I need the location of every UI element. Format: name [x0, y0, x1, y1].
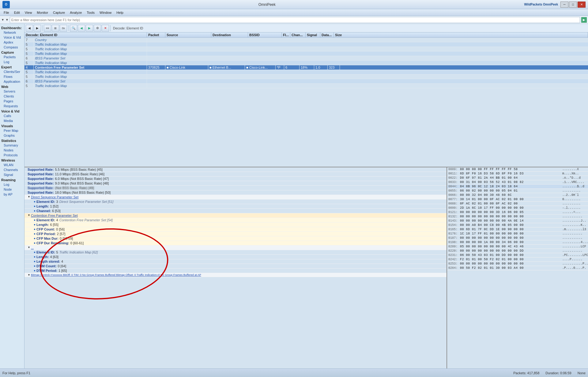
decode-row[interactable]: Supported Rate:6.0 Mbps (Not BSS Basic R… [24, 177, 447, 181]
hex-row[interactable]: 0220:00 00 00 00 00 00 00 00 00 00 DD...… [447, 249, 588, 253]
col-packet[interactable]: Packet [147, 32, 165, 37]
sidebar-item-summary[interactable]: Summary [0, 143, 24, 148]
sidebar-item-servers[interactable]: Servers [0, 89, 24, 94]
hex-row[interactable]: 0209:05 00 00 00 00 00 00 00 4C 43 46...… [447, 245, 588, 249]
decode-row[interactable]: ● Channel:6 [53] [24, 209, 447, 213]
sidebar-item-network[interactable]: Network [0, 30, 24, 35]
filter-input[interactable] [10, 17, 580, 23]
decode-row[interactable]: ▼ Contention Free Parameter Set [24, 213, 447, 218]
sidebar-item-compass[interactable]: Compass [0, 45, 24, 50]
hex-row[interactable]: 0077:30 14 01 00 00 0F AC 02 01 00 000..… [447, 197, 588, 202]
hex-row[interactable]: 0154:00 00 A0 B4 00 C8 00 4B 05 00 00...… [447, 223, 588, 227]
minimize-button[interactable]: ─ [560, 2, 568, 8]
sidebar-item-calls[interactable]: Calls [0, 113, 24, 118]
sidebar-item-protocols[interactable]: Protocols [0, 153, 24, 158]
decode-row[interactable]: ● Element ID:5Traffic Indication Map [62… [24, 250, 447, 255]
col-source[interactable]: Source [165, 32, 211, 37]
filter-prev-btn[interactable]: ◀ [78, 25, 85, 32]
hex-row[interactable]: 0088:0F AC 02 01 00 00 0F AC 02 00......… [447, 202, 588, 206]
menu-item-monitor[interactable]: Monitor [34, 10, 51, 15]
decode-row[interactable]: ● CFP Max Dur:0 [58-59] [24, 236, 447, 241]
hex-row[interactable]: 0022:D0 6F 97 81 2A 44 BB 01 00 64.o..*D… [447, 176, 588, 180]
hex-row[interactable]: 0143:00 00 00 00 00 00 00 00 4A 0E 14...… [447, 219, 588, 223]
nav-back-btn[interactable]: ◀ [26, 25, 33, 32]
view-list-btn[interactable]: ≡≡ [44, 25, 51, 32]
hex-row[interactable]: 0121:00 00 00 00 00 00 3D 16 06 00 05...… [447, 210, 588, 215]
menu-item-file[interactable]: File [1, 10, 12, 15]
decode-row[interactable]: ▼ Direct Sequence Parameter Set [24, 195, 447, 200]
col-chan[interactable]: Chan... [290, 32, 306, 37]
table-row[interactable]: 6IBSS Parameter Set [24, 79, 588, 84]
menu-item-view[interactable]: View [22, 10, 35, 15]
maximize-button[interactable]: □ [569, 2, 577, 8]
section-link[interactable]: ... [31, 246, 34, 249]
menu-item-tools[interactable]: Tools [84, 10, 97, 15]
hex-row[interactable]: 0132:00 00 00 00 00 00 00 00 00 00 00...… [447, 215, 588, 219]
menu-item-edit[interactable]: Edit [12, 10, 22, 15]
search-btn[interactable]: 🔍 [70, 25, 77, 32]
hex-row[interactable]: 0187:00 00 00 00 00 00 00 00 00 00 00...… [447, 236, 588, 240]
decode-row[interactable]: Supported Rate:(Not BSS Basic Rate) [49] [24, 186, 447, 190]
hex-row[interactable]: 0264:00 50 F2 02 01 01 30 00 03 A4 00.P.… [447, 266, 588, 270]
table-row[interactable]: 4Contention Free Parameter Set370825■ Ci… [24, 65, 588, 70]
hex-row[interactable]: 0009:80 00 00 00 FF FF FF FF FF 58......… [447, 167, 588, 172]
decode-row[interactable]: ● Length:1 [52] [24, 204, 447, 209]
decode-row[interactable]: ▼ ... [24, 246, 447, 250]
section-link[interactable]: Direct Sequence Parameter Set [31, 195, 78, 199]
decode-row[interactable]: ● Length:6 [55] [24, 223, 447, 227]
menu-item-help[interactable]: Help [114, 10, 126, 15]
sidebar-item-peer-map[interactable]: Peer Map [0, 128, 24, 133]
decode-row[interactable]: ● Element ID:3Direct Sequence Parameter … [24, 200, 447, 204]
col-data[interactable]: Data... [320, 32, 334, 37]
decode-row[interactable]: ● DTIM Count:0 [64] [24, 264, 447, 268]
menu-item-analyze[interactable]: Analyze [67, 10, 84, 15]
table-row[interactable]: 5Traffic Indication Map [24, 42, 588, 47]
table-row[interactable]: 5Traffic Indication Map [24, 70, 588, 74]
hex-row[interactable]: 0099:2D 1A 6C 10 17 FF 00 00 00 00 00-.l… [447, 206, 588, 210]
col-destination[interactable]: Destination [211, 32, 248, 37]
sidebar-item-nodes[interactable]: Nodes [0, 148, 24, 153]
table-row[interactable]: 5Traffic Indication Map [24, 51, 588, 56]
decode-row[interactable]: ● CFP Period:2 [57] [24, 232, 447, 236]
section-link[interactable]: Bitmap Control=Yxxxxxxx BitOff: 0 TIM: 0… [31, 273, 201, 276]
close-button[interactable]: ✕ [578, 2, 586, 8]
table-row[interactable]: 7Country [24, 38, 588, 42]
sidebar-item-log[interactable]: Log [0, 59, 24, 64]
menu-item-capture[interactable]: Capture [51, 10, 67, 15]
decode-row[interactable]: ● CFP Count:0 [56] [24, 227, 447, 232]
tree-toggle-icon[interactable]: ▼ [28, 246, 30, 249]
decode-row[interactable]: ● DTIM Period:1 [65] [24, 268, 447, 273]
sidebar-item-wlan[interactable]: WLAN [0, 162, 24, 167]
hex-row[interactable]: 0198:00 00 00 00 1A 00 00 34 06 00 00...… [447, 240, 588, 245]
sidebar-item-by-ap[interactable]: by AP [0, 192, 24, 197]
col-bssid[interactable]: BSSID [248, 32, 282, 37]
table-row[interactable]: 5Traffic Indication Map [24, 84, 588, 88]
sidebar-item-voice-&-vid[interactable]: Voice & Vid [0, 35, 24, 40]
hex-row[interactable]: 0033:00 31 04 00 03 56 52 43 01 08 82.1.… [447, 180, 588, 185]
hex-row[interactable]: 0044:84 8B 96 0C 12 18 24 03 18 64......… [447, 185, 588, 189]
settings-btn[interactable]: ⚙ [94, 25, 101, 32]
hex-row[interactable]: 0176:1C 10 17 FF 01 00 00 00 00 00 00...… [447, 232, 588, 236]
sidebar-item-pages[interactable]: Pages [0, 99, 24, 104]
sidebar-item-clients/ser[interactable]: Clients/Ser [0, 69, 24, 74]
nav-fwd-btn[interactable]: ▶ [34, 25, 41, 32]
decode-row[interactable]: Supported Rate:11.0 Mbps (BSS Basic Rate… [24, 172, 447, 177]
tree-toggle-icon[interactable]: ▼ [28, 273, 30, 276]
hex-row[interactable]: 0165:00 6D 01 7F 0C DD 1E 00 90 00 00.m.… [447, 227, 588, 232]
sidebar-item-application[interactable]: Application [0, 79, 24, 84]
sidebar-item-log[interactable]: Log [0, 182, 24, 187]
decode-row[interactable]: ● Element ID:4Contention Free Parameter … [24, 218, 447, 223]
hex-row[interactable]: 0066:00 00 32 04 00 30 48 60 6C..2..0H`l [447, 193, 588, 197]
sidebar-item-media[interactable]: Media [0, 118, 24, 123]
decode-row[interactable]: ● Length stored:4 [24, 259, 447, 264]
sidebar-item-packets[interactable]: Packets [0, 55, 24, 59]
sidebar-item-clients[interactable]: Clients [0, 94, 24, 99]
filter-forward-btn[interactable]: ▶ [581, 17, 587, 23]
menu-item-window[interactable]: Window [97, 10, 114, 15]
filter-next-btn[interactable]: ▶ [86, 25, 93, 32]
filter-options-icon[interactable]: ▼ [6, 18, 9, 21]
hex-row[interactable]: 0242:F2 01 01 00 50 F2 02 01 00 00 00...… [447, 257, 588, 262]
hex-row[interactable]: 0253:00 00 00 00 00 00 00 00 00 00 00...… [447, 262, 588, 266]
tree-toggle-icon[interactable]: ▼ [28, 214, 30, 217]
hex-row[interactable]: 0011:6D 8F F0 16 D3 58 6D 8F F0 16 D3m..… [447, 172, 588, 176]
